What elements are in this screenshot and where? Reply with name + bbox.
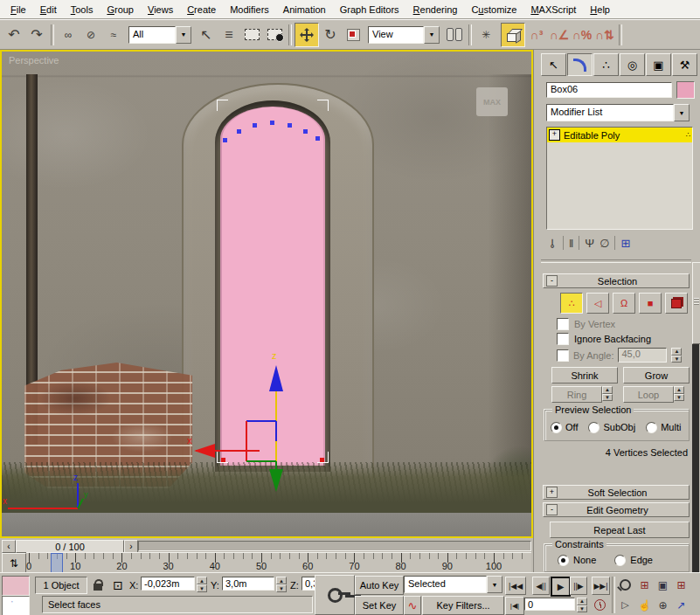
loop-spinner[interactable]: ▲▼	[674, 386, 684, 401]
selected-vertex-dot[interactable]	[320, 458, 324, 462]
tab-display[interactable]: ▣	[646, 53, 671, 76]
maxscript-listener-field[interactable]: '	[2, 596, 30, 615]
selection-lock-toggle[interactable]	[89, 577, 107, 593]
menu-group[interactable]: Group	[100, 2, 141, 17]
tab-modify[interactable]	[567, 53, 593, 76]
perspective-viewport[interactable]: z x z x y Perspective MAX	[0, 50, 533, 538]
min-max-toggle-button[interactable]: ↗	[673, 597, 690, 613]
gizmo-z-arrow[interactable]	[269, 365, 283, 391]
configure-modifier-sets-button[interactable]: ⊞	[620, 237, 630, 250]
time-slider-button[interactable]: 0 / 100	[16, 540, 124, 553]
spinner-snap-button[interactable]: ∩⇅	[593, 24, 616, 46]
menu-animation[interactable]: Animation	[276, 2, 333, 17]
expand-icon[interactable]: +	[546, 487, 558, 498]
zoom-extents-button[interactable]: ▣	[655, 577, 671, 593]
preview-subobj-radio[interactable]	[588, 422, 600, 433]
time-slider-prev-button[interactable]: ‹	[2, 540, 16, 553]
key-mode-dropdown[interactable]: Selected ▼	[404, 576, 502, 593]
unlink-selection-button[interactable]: ⊘	[80, 24, 102, 46]
stack-item-editable-poly[interactable]: + Editable Poly ∴	[547, 128, 692, 142]
zoom-button[interactable]	[617, 577, 634, 593]
ignore-backfacing-checkbox[interactable]	[557, 333, 569, 345]
play-button[interactable]: ▶	[551, 577, 571, 597]
polygon-mode-button[interactable]: ■	[639, 293, 662, 314]
snaps-toggle-button[interactable]	[501, 23, 525, 47]
object-name-field[interactable]: Box06	[546, 82, 672, 98]
move-gizmo[interactable]: z x	[175, 345, 297, 498]
element-mode-button[interactable]	[665, 293, 688, 314]
show-end-result-button[interactable]: ‖	[569, 237, 573, 250]
modifier-list-arrow[interactable]: ▼	[674, 104, 690, 121]
panel-scrollbar-thumb[interactable]	[692, 262, 700, 344]
set-key-button[interactable]: Set Key	[355, 596, 404, 615]
select-object-button[interactable]: ↖	[195, 24, 218, 46]
menu-rendering[interactable]: Rendering	[406, 2, 465, 17]
menu-edit[interactable]: Edit	[33, 2, 64, 17]
vertex-dot[interactable]	[237, 129, 241, 134]
go-to-end-button[interactable]: ▶▶|	[592, 577, 610, 595]
stack-expand-icon[interactable]: +	[549, 129, 560, 141]
time-configuration-button[interactable]	[592, 597, 608, 613]
selection-filter-arrow[interactable]: ▼	[176, 26, 191, 44]
ring-button[interactable]: Ring	[551, 386, 602, 403]
macro-recorder-field[interactable]	[2, 576, 30, 596]
select-and-manipulate-button[interactable]: ✳	[475, 24, 497, 46]
menu-graph-editors[interactable]: Graph Editors	[333, 2, 406, 17]
auto-key-button[interactable]: Auto Key	[355, 576, 404, 595]
selection-filter-dropdown[interactable]: All ▼	[128, 26, 191, 44]
y-coord-field[interactable]: 3,0m	[222, 577, 274, 591]
bind-to-spacewarp-button[interactable]: ≈	[102, 24, 125, 46]
set-keys-button[interactable]	[315, 575, 355, 615]
menu-help[interactable]: Help	[583, 2, 617, 17]
next-key-button[interactable]: ||▶	[570, 577, 587, 595]
menu-maxscript[interactable]: MAXScript	[523, 2, 583, 17]
make-unique-button[interactable]: Ψ	[585, 237, 594, 250]
by-angle-field[interactable]: 45,0	[618, 348, 667, 363]
collapse-icon[interactable]: -	[546, 504, 558, 515]
mini-curve-editor-button[interactable]: ⇅	[2, 553, 26, 573]
ring-spinner[interactable]: ▲▼	[602, 386, 613, 401]
current-frame-field[interactable]: 0	[524, 598, 575, 611]
menu-create[interactable]: Create	[180, 2, 223, 17]
select-and-rotate-button[interactable]: ↻	[319, 24, 342, 46]
shrink-button[interactable]: Shrink	[551, 367, 618, 384]
go-to-start-button[interactable]: |◀◀	[505, 577, 526, 595]
by-angle-spinner[interactable]: ▲▼	[671, 348, 682, 363]
tab-utilities[interactable]: ⚒	[672, 53, 697, 76]
preview-off-radio[interactable]	[551, 422, 562, 433]
vertex-dot[interactable]	[270, 121, 274, 125]
constraint-edge-radio[interactable]	[614, 555, 626, 566]
preview-multi-radio[interactable]	[646, 422, 657, 433]
reference-coordinate-dropdown[interactable]: View ▼	[368, 26, 440, 44]
reference-coordinate-arrow[interactable]: ▼	[424, 26, 440, 44]
vertex-dot[interactable]	[223, 138, 227, 142]
tab-create[interactable]: ↖	[541, 53, 566, 76]
select-and-link-button[interactable]: ∞	[57, 24, 80, 46]
border-mode-button[interactable]: Ω	[613, 293, 635, 314]
time-slider-track[interactable]	[138, 541, 531, 551]
vertex-dot[interactable]	[253, 123, 257, 128]
vertex-mode-button[interactable]: ∴	[560, 293, 583, 314]
select-and-scale-button[interactable]	[342, 24, 364, 46]
constraint-none-radio[interactable]	[558, 555, 569, 566]
select-and-move-button[interactable]	[295, 23, 319, 47]
rectangular-selection-region-button[interactable]	[240, 24, 263, 46]
tab-hierarchy[interactable]: ∴	[593, 53, 619, 76]
window-crossing-toggle-button[interactable]	[263, 24, 286, 46]
menu-views[interactable]: Views	[141, 2, 180, 17]
redo-button[interactable]: ↷	[25, 24, 48, 46]
use-pivot-center-button[interactable]	[443, 24, 466, 46]
key-filters-button[interactable]: Key Filters...	[422, 596, 504, 615]
menu-modifiers[interactable]: Modifiers	[223, 2, 276, 17]
menu-customize[interactable]: Customize	[464, 2, 523, 17]
undo-button[interactable]: ↶	[3, 24, 25, 46]
pin-stack-button[interactable]: ⊸	[546, 238, 559, 248]
menu-tools[interactable]: Tools	[64, 2, 100, 17]
selection-rollout-header[interactable]: - Selection	[543, 273, 690, 288]
field-of-view-button[interactable]: ▷	[617, 597, 634, 613]
previous-key-button[interactable]: ◀||	[532, 577, 550, 595]
default-in-out-tangents-button[interactable]: ∿	[404, 596, 421, 615]
gizmo-y-arrow[interactable]	[269, 469, 283, 492]
absolute-mode-toggle[interactable]: ⊡	[109, 577, 127, 593]
collapse-icon[interactable]: -	[546, 275, 558, 287]
